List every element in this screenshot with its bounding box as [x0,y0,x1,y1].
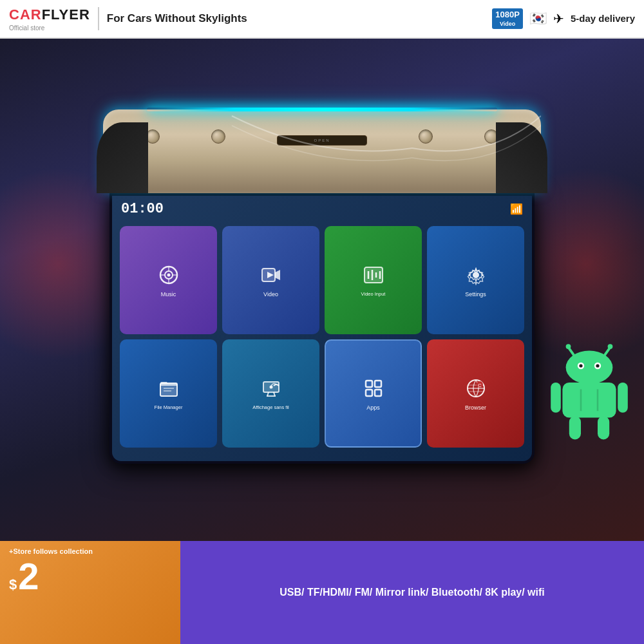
app-tile-video-input[interactable]: Video Input [325,226,422,334]
price-value: 2 [18,558,39,595]
svg-point-23 [269,386,272,389]
app-icon-affichage-sans-fil [261,378,281,402]
brand-section: CARFLYER Official store [9,6,90,32]
screen-header: 01:00 📶 [112,196,532,222]
svg-point-15 [473,272,479,278]
price-area: $ 2 [9,558,171,595]
bottom-right: USB/ TF/HDMI/ FM/ Mirror link/ Bluetooth… [180,541,644,644]
svg-rect-25 [375,381,381,387]
svg-point-38 [566,351,613,384]
app-icon-file-manager [158,378,179,402]
svg-rect-24 [366,381,372,387]
screen-wrapper: 01:00 📶 MusicVideoVideo InputSettingsFil… [109,193,535,464]
svg-rect-46 [569,416,581,439]
flag-icon: 🇰🇷 [529,10,547,27]
delivery-text: 5-day delivery [571,13,635,24]
app-icon-music [158,265,179,289]
svg-rect-45 [618,383,628,413]
svg-point-42 [596,364,599,367]
mount-buttons-row: OPEN [146,128,498,146]
app-tile-music[interactable]: Music [120,226,217,334]
svg-rect-27 [375,390,381,396]
bottom-left: +Store follows collection $ 2 [0,541,180,644]
mount-slot: OPEN [277,135,367,146]
svg-text:C: C [478,383,482,388]
wifi-icon: 📶 [510,203,523,215]
mount-button-3[interactable] [419,129,433,144]
app-tile-apps[interactable]: Apps [325,339,422,448]
app-label-file-manager: File Manager [155,404,183,410]
connectivity-text: USB/ TF/HDMI/ FM/ Mirror link/ Bluetooth… [279,587,545,598]
slot-text: OPEN [314,138,330,142]
brand-logo: CARFLYER [9,6,90,23]
header-right: 1080P Video 🇰🇷 ✈ 5-day delivery [492,8,635,30]
app-label-music: Music [161,291,176,298]
header-bar: CARFLYER Official store For Cars Without… [0,0,644,39]
app-label-video-input: Video Input [361,291,386,297]
mount-edge-left [97,122,148,193]
header-tagline: For Cars Without Skylights [107,12,247,25]
screen-time: 01:00 [121,201,164,217]
mount-deco-svg [103,109,541,193]
price-symbol: $ [9,576,17,593]
resolution-badge: 1080P Video [492,8,523,30]
main-content: OPEN 01:00 📶 MusicVideoVideo InputSettin… [0,39,644,541]
monitor-unit: OPEN 01:00 📶 MusicVideoVideo InputSettin… [77,109,567,470]
svg-rect-47 [598,416,609,439]
svg-point-37 [608,344,613,349]
official-store-label: Official store [9,24,90,32]
app-tile-affichage-sans-fil[interactable]: Affichage sans fil [222,339,319,448]
app-label-affichage-sans-fil: Affichage sans fil [252,404,289,410]
app-icon-apps [363,378,384,402]
store-follow-label: +Store follows collection [9,547,171,555]
mount-button-2[interactable] [211,129,225,144]
svg-point-41 [579,364,582,367]
app-label-video: Video [263,291,278,298]
app-label-browser: Browser [465,404,486,411]
app-tile-video[interactable]: Video [222,226,319,334]
svg-rect-43 [562,383,616,418]
svg-point-35 [566,344,571,349]
app-label-apps: Apps [366,404,380,411]
app-tile-file-manager[interactable]: File Manager [120,339,217,448]
plane-icon: ✈ [553,11,564,26]
app-icon-settings [466,265,486,289]
ceiling-mount: OPEN [103,109,541,193]
app-icon-video [261,265,281,289]
mount-edge-right [496,122,547,193]
bottom-bar: +Store follows collection $ 2 USB/ TF/HD… [0,541,644,644]
svg-rect-26 [366,390,372,396]
svg-marker-8 [275,270,280,280]
app-label-settings: Settings [465,291,486,298]
app-tile-browser[interactable]: CBrowser [427,339,524,448]
android-robot [547,341,631,441]
svg-rect-44 [551,383,561,413]
app-grid: MusicVideoVideo InputSettingsFile Manage… [112,222,532,455]
header-divider [98,7,99,30]
svg-point-6 [167,273,170,276]
app-icon-video-input [363,265,384,289]
screen: 01:00 📶 MusicVideoVideo InputSettingsFil… [112,196,532,461]
app-tile-settings[interactable]: Settings [427,226,524,334]
app-icon-browser: C [466,378,486,402]
